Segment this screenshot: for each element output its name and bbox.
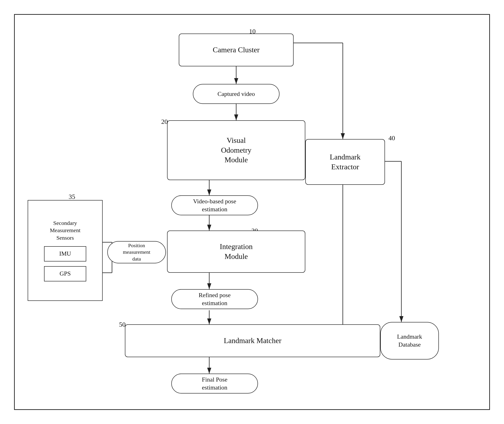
ref-35: 35 bbox=[69, 193, 75, 200]
ref-50: 50 bbox=[119, 321, 126, 328]
landmark-database-box: LandmarkDatabase bbox=[380, 322, 439, 360]
ref-20: 20 bbox=[161, 118, 168, 125]
landmark-database-label: LandmarkDatabase bbox=[397, 333, 422, 349]
ref-40: 40 bbox=[389, 134, 395, 142]
camera-cluster-box: Camera Cluster bbox=[179, 34, 294, 66]
refined-pose-label: Refined poseestimation bbox=[199, 291, 231, 307]
visual-odometry-box: VisualOdometryModule bbox=[167, 120, 305, 180]
landmark-extractor-label: LandmarkExtractor bbox=[330, 152, 361, 172]
video-pose-label: Video-based poseestimation bbox=[193, 198, 236, 213]
secondary-sensors-label: SecondaryMeasurementSensors bbox=[50, 219, 81, 242]
imu-box: IMU bbox=[44, 246, 86, 262]
landmark-extractor-box: LandmarkExtractor bbox=[305, 139, 385, 185]
secondary-sensors-box: SecondaryMeasurementSensors IMU GPS bbox=[28, 200, 103, 301]
refined-pose-pill: Refined poseestimation bbox=[171, 289, 258, 309]
captured-video-label: Captured video bbox=[218, 90, 255, 98]
position-data-label: Positionmeasurementdata bbox=[123, 242, 150, 262]
landmark-matcher-box: Landmark Matcher bbox=[125, 324, 380, 357]
video-pose-pill: Video-based poseestimation bbox=[171, 195, 258, 215]
diagram-border: 10 Camera Cluster Captured video 20 Visu… bbox=[14, 14, 490, 410]
gps-label: GPS bbox=[60, 270, 71, 278]
visual-odometry-label: VisualOdometryModule bbox=[221, 136, 251, 165]
gps-box: GPS bbox=[44, 266, 86, 281]
integration-module-label: IntegrationModule bbox=[220, 242, 253, 261]
imu-label: IMU bbox=[59, 250, 71, 258]
captured-video-pill: Captured video bbox=[193, 84, 279, 104]
landmark-matcher-label: Landmark Matcher bbox=[224, 336, 281, 346]
integration-module-box: IntegrationModule bbox=[167, 231, 305, 273]
position-data-pill: Positionmeasurementdata bbox=[107, 241, 166, 263]
final-pose-label: Final Poseestimation bbox=[202, 376, 227, 392]
final-pose-pill: Final Poseestimation bbox=[171, 374, 258, 393]
camera-cluster-label: Camera Cluster bbox=[213, 45, 260, 55]
